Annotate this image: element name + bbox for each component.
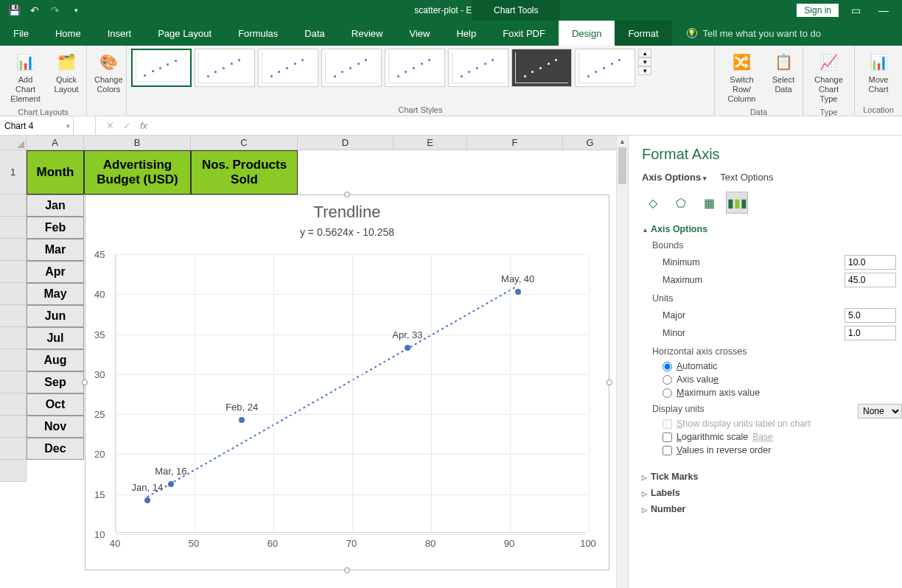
change-chart-type-button[interactable]: 📈 Change Chart Type: [808, 49, 850, 106]
text-options-tab[interactable]: Text Options: [720, 172, 773, 183]
trendline[interactable]: [116, 254, 587, 533]
point-label-apr[interactable]: Apr, 33: [392, 329, 422, 340]
chart-style-8[interactable]: [575, 49, 635, 87]
ribbon-options-icon[interactable]: ▭: [845, 4, 867, 16]
maximum-input[interactable]: [845, 273, 896, 287]
tab-foxit-pdf[interactable]: Foxit PDF: [489, 21, 559, 46]
month-cell-aug[interactable]: Aug: [27, 349, 84, 371]
col-header-D[interactable]: D: [298, 136, 394, 150]
chart-style-7[interactable]: [511, 49, 572, 87]
style-scroll-1[interactable]: ▾: [638, 57, 651, 66]
month-cell-feb[interactable]: Feb: [27, 217, 84, 239]
col-header-C[interactable]: C: [191, 136, 298, 150]
qat-customize-icon[interactable]: ▾: [68, 2, 84, 18]
row-header-5[interactable]: [0, 261, 26, 283]
row-header-6[interactable]: [0, 283, 26, 305]
month-cell-dec[interactable]: Dec: [27, 438, 84, 460]
point-mar[interactable]: [168, 481, 174, 487]
minimize-icon[interactable]: —: [873, 4, 895, 16]
chart-style-6[interactable]: [448, 49, 508, 87]
tab-view[interactable]: View: [396, 21, 443, 46]
change-colors-button[interactable]: 🎨 Change Colors: [91, 49, 126, 96]
point-label-mar[interactable]: Mar, 16: [155, 466, 186, 477]
month-cell-apr[interactable]: Apr: [27, 261, 84, 283]
chart-style-4[interactable]: [321, 49, 382, 87]
sign-in-button[interactable]: Sign in: [797, 4, 839, 17]
header-cell-C[interactable]: Nos. Products Sold: [191, 150, 298, 195]
header-cell-B[interactable]: Advertising Budget (USD): [84, 150, 191, 195]
row-header-12[interactable]: [0, 416, 26, 438]
quick-layout-button[interactable]: 🗂️ Quick Layout: [51, 49, 82, 96]
fx-icon[interactable]: fx: [140, 120, 147, 131]
automatic-radio[interactable]: Automatic: [662, 361, 902, 371]
tab-design[interactable]: Design: [559, 21, 615, 46]
worksheet[interactable]: ABCDEFG 1 MonthAdvertising Budget (USD)N…: [0, 136, 628, 588]
chart-title[interactable]: Trendline: [85, 195, 609, 222]
vertical-scrollbar[interactable]: ▲: [616, 136, 628, 588]
row-header-2[interactable]: [0, 195, 26, 217]
month-cell-jul[interactable]: Jul: [27, 327, 84, 349]
scroll-thumb[interactable]: [618, 147, 626, 184]
tab-help[interactable]: Help: [443, 21, 489, 46]
tab-data[interactable]: Data: [291, 21, 338, 46]
point-label-may[interactable]: May, 40: [501, 273, 534, 284]
labels-section[interactable]: ▷Labels: [642, 488, 902, 498]
chart-style-1[interactable]: [131, 49, 192, 87]
month-cell-may[interactable]: May: [27, 283, 84, 305]
chart-object[interactable]: Trendline y = 0.5624x - 10.258 Jan, 14Fe…: [85, 195, 609, 570]
chart-handle-w[interactable]: [82, 379, 88, 385]
col-header-A[interactable]: A: [27, 136, 84, 150]
save-icon[interactable]: 💾: [6, 2, 22, 18]
axis-options-section[interactable]: ▲Axis Options: [642, 224, 902, 234]
major-input[interactable]: [845, 308, 896, 323]
row-header-1[interactable]: 1: [0, 150, 26, 195]
row-header-13[interactable]: [0, 438, 26, 460]
number-section[interactable]: ▷Number: [642, 504, 902, 514]
month-cell-jan[interactable]: Jan: [27, 195, 84, 217]
point-feb[interactable]: [239, 417, 245, 423]
switch-row-col-button[interactable]: 🔀 Switch Row/ Column: [719, 49, 764, 106]
point-apr[interactable]: [405, 345, 410, 351]
axis-options-tab[interactable]: Axis Options▾: [642, 172, 707, 183]
name-box[interactable]: Chart 4 ▾: [0, 116, 74, 135]
col-header-F[interactable]: F: [467, 136, 563, 150]
plot-area[interactable]: Jan, 14Feb, 24Mar, 16Apr, 33May, 40: [115, 254, 587, 533]
chart-style-3[interactable]: [258, 49, 318, 87]
point-may[interactable]: [515, 289, 521, 295]
display-units-select[interactable]: None: [858, 404, 902, 419]
trendline-equation[interactable]: y = 0.5624x - 10.258: [85, 222, 609, 238]
tab-review[interactable]: Review: [338, 21, 396, 46]
tab-home[interactable]: Home: [42, 21, 94, 46]
name-box-dropdown-icon[interactable]: ▾: [66, 122, 70, 130]
tab-page-layout[interactable]: Page Layout: [144, 21, 225, 46]
minimum-input[interactable]: [845, 255, 896, 270]
tab-format[interactable]: Format: [615, 21, 671, 46]
col-header-G[interactable]: G: [563, 136, 618, 150]
undo-icon[interactable]: ↶: [27, 2, 43, 18]
fill-line-icon[interactable]: ◇: [642, 192, 664, 214]
redo-icon[interactable]: ↷: [47, 2, 63, 18]
row-header-10[interactable]: [0, 371, 26, 393]
style-scroll-2[interactable]: ▾: [638, 66, 651, 75]
chart-handle-n[interactable]: [344, 192, 350, 197]
size-props-icon[interactable]: ▦: [698, 192, 720, 214]
axis-value-radio[interactable]: Axis value: [662, 374, 902, 385]
move-chart-button[interactable]: 📊 Move Chart: [859, 49, 898, 96]
point-label-feb[interactable]: Feb, 24: [226, 402, 258, 413]
minor-input[interactable]: [845, 326, 896, 340]
point-label-jan[interactable]: Jan, 14: [131, 482, 163, 493]
row-header-3[interactable]: [0, 217, 26, 239]
month-cell-sep[interactable]: Sep: [27, 371, 84, 393]
tell-me[interactable]: 💡 Tell me what you want to do: [672, 21, 821, 46]
tab-formulas[interactable]: Formulas: [225, 21, 291, 46]
scroll-up-icon[interactable]: ▲: [617, 136, 628, 147]
reverse-order-check[interactable]: Values in reverse order: [662, 445, 902, 455]
tick-marks-section[interactable]: ▷Tick Marks: [642, 472, 902, 482]
row-header-11[interactable]: [0, 393, 26, 416]
chart-style-2[interactable]: [195, 49, 255, 87]
cancel-icon[interactable]: ✕: [106, 120, 114, 131]
formula-input[interactable]: [158, 116, 902, 135]
col-header-B[interactable]: B: [84, 136, 191, 150]
chart-style-5[interactable]: [385, 49, 445, 87]
select-data-button[interactable]: 📋 Select Data: [769, 49, 798, 96]
